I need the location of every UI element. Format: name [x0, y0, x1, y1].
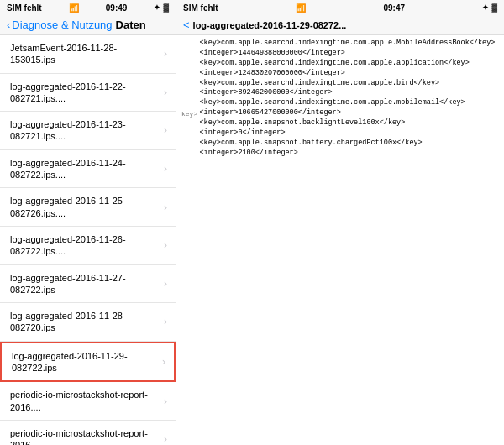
list-item-text: periodic-io-microstackshot-report-2016..…	[10, 427, 160, 445]
right-nav-title: log-aggregated-2016-11-29-08272...	[193, 20, 497, 30]
list-item-text: log-aggregated-2016-11-27-082722.ips	[10, 272, 160, 296]
xml-content-area[interactable]: <key>com.apple.searchd.indexingtime.com.…	[176, 35, 504, 445]
list-item[interactable]: log-aggregated-2016-11-25-082726.ips....…	[0, 188, 176, 227]
left-panel: SIM fehlt 📶 09:49 ✦ ▓ ‹ Diagnose & Nutzu…	[0, 0, 176, 445]
list-item[interactable]: periodic-io-microstackshot-report-2016..…	[0, 382, 176, 421]
left-battery-icon: ▓	[163, 3, 169, 12]
right-nav-header: < log-aggregated-2016-11-29-08272...	[176, 15, 504, 35]
xml-line: <integer>10665427000000</integer>	[199, 108, 499, 118]
list-item[interactable]: log-aggregated-2016-11-27-082722.ips›	[0, 265, 176, 304]
left-back-label: Diagnose & Nutzung	[12, 18, 112, 31]
left-back-button[interactable]: ‹ Diagnose & Nutzung	[7, 18, 113, 31]
right-carrier: SIM fehlt	[183, 3, 218, 13]
right-back-button[interactable]: <	[183, 18, 190, 31]
xml-line: <key>com.apple.searchd.indexingtime.com.…	[199, 39, 499, 49]
right-status-icons: ✦ ▓	[482, 3, 497, 12]
xml-key-label	[181, 39, 199, 108]
right-bluetooth-icon: ✦	[482, 3, 489, 12]
xml-line: <integer>144649388000000</integer>	[199, 49, 499, 59]
list-item-chevron-icon: ›	[164, 124, 167, 136]
list-item[interactable]: JetsamEvent-2016-11-28-153015.ips›	[0, 35, 176, 74]
list-item-text: log-aggregated-2016-11-24-082722.ips....	[10, 157, 160, 181]
list-item-chevron-icon: ›	[164, 86, 167, 98]
list-item-chevron-icon: ›	[164, 48, 167, 60]
left-bluetooth-icon: ✦	[154, 3, 160, 12]
list-item-chevron-icon: ›	[164, 433, 167, 445]
list-item-text: log-aggregated-2016-11-22-082721.ips....	[10, 81, 160, 105]
xml-line: <key>com.apple.snapshot.battery.chargedP…	[199, 139, 499, 149]
xml-line: <key>com.apple.searchd.indexingtime.com.…	[199, 79, 499, 89]
xml-line: <integer>892462000000</integer>	[199, 88, 499, 98]
list-item-chevron-icon: ›	[162, 356, 165, 368]
left-carrier: SIM fehlt	[7, 3, 42, 13]
left-list: JetsamEvent-2016-11-28-153015.ips›log-ag…	[0, 35, 176, 445]
list-item[interactable]: log-aggregated-2016-11-29-082722.ips›	[0, 342, 176, 383]
left-status-icons: ✦ ▓	[154, 3, 169, 12]
left-time: 09:49	[106, 3, 128, 13]
list-item[interactable]: log-aggregated-2016-11-28-082720.ips›	[0, 303, 176, 342]
left-back-chevron: ‹	[7, 18, 10, 31]
xml-line: <integer>124830207000000</integer>	[199, 69, 499, 79]
left-nav-title: Daten	[116, 18, 146, 31]
list-item-chevron-icon: ›	[164, 202, 167, 213]
xml-line: <key>com.apple.searchd.indexingtime.com.…	[199, 98, 499, 108]
list-item[interactable]: log-aggregated-2016-11-22-082721.ips....…	[0, 74, 176, 113]
list-item-chevron-icon: ›	[164, 163, 167, 175]
left-nav-header: ‹ Diagnose & Nutzung Daten	[0, 15, 176, 35]
list-item-text: log-aggregated-2016-11-23-082721.ips....	[10, 118, 160, 143]
right-panel: SIM fehlt 📶 09:47 ✦ ▓ < log-aggregated-2…	[176, 0, 504, 445]
right-time: 09:47	[383, 3, 405, 13]
xml-content-cell: <integer>10665427000000</integer><key>co…	[199, 108, 499, 158]
xml-line: <integer>0</integer>	[199, 128, 499, 139]
list-item-text: log-aggregated-2016-11-29-082722.ips	[12, 350, 159, 374]
right-battery-icon: ▓	[491, 3, 497, 12]
xml-line: <key>com.apple.searchd.indexingtime.com.…	[199, 59, 499, 69]
list-item-chevron-icon: ›	[164, 278, 167, 290]
left-wifi-icon: 📶	[69, 3, 79, 13]
right-wifi-icon: 📶	[296, 3, 306, 13]
list-item-text: log-aggregated-2016-11-26-082722.ips....	[10, 233, 160, 258]
list-item[interactable]: log-aggregated-2016-11-23-082721.ips....…	[0, 112, 176, 150]
list-item[interactable]: log-aggregated-2016-11-24-082722.ips....…	[0, 150, 176, 189]
list-item[interactable]: periodic-io-microstackshot-report-2016..…	[0, 421, 176, 445]
right-status-bar: SIM fehlt 📶 09:47 ✦ ▓	[176, 0, 504, 15]
list-item-chevron-icon: ›	[164, 316, 167, 327]
xml-content-cell: <key>com.apple.searchd.indexingtime.com.…	[199, 39, 499, 108]
list-item[interactable]: log-aggregated-2016-11-26-082722.ips....…	[0, 227, 176, 265]
left-status-bar: SIM fehlt 📶 09:49 ✦ ▓	[0, 0, 176, 15]
xml-key-label: key>	[181, 108, 199, 158]
list-item-text: log-aggregated-2016-11-28-082720.ips	[10, 310, 160, 334]
list-item-text: periodic-io-microstackshot-report-2016..…	[10, 389, 160, 413]
xml-line: <integer>2100</integer>	[199, 149, 499, 159]
list-item-text: JetsamEvent-2016-11-28-153015.ips	[10, 42, 160, 66]
list-item-text: log-aggregated-2016-11-25-082726.ips....	[10, 195, 160, 219]
xml-line: <key>com.apple.snapshot.backlightLevel10…	[199, 118, 499, 128]
list-item-chevron-icon: ›	[164, 395, 167, 407]
list-item-chevron-icon: ›	[164, 239, 167, 251]
